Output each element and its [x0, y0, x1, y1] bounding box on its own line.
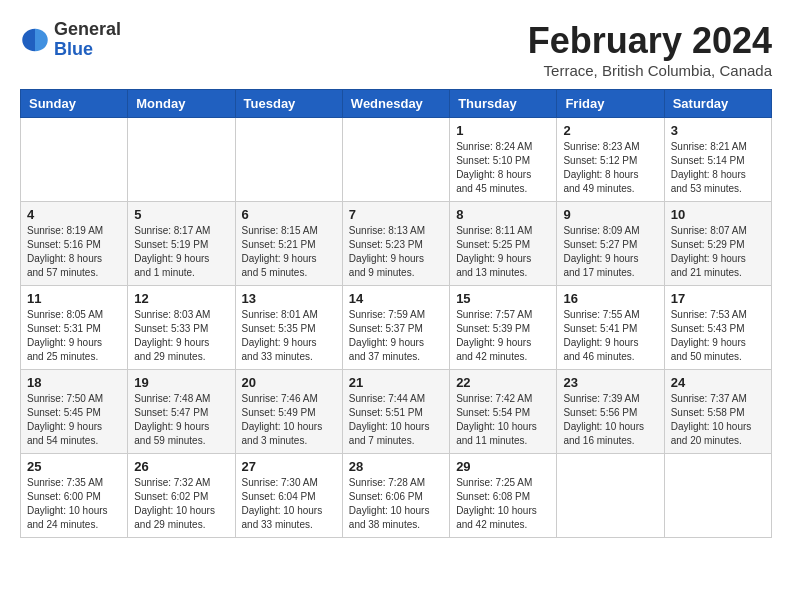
- day-number: 26: [134, 459, 228, 474]
- day-number: 25: [27, 459, 121, 474]
- calendar-cell: 5Sunrise: 8:17 AM Sunset: 5:19 PM Daylig…: [128, 202, 235, 286]
- day-info: Sunrise: 8:11 AM Sunset: 5:25 PM Dayligh…: [456, 224, 550, 280]
- calendar-cell: 13Sunrise: 8:01 AM Sunset: 5:35 PM Dayli…: [235, 286, 342, 370]
- day-number: 5: [134, 207, 228, 222]
- day-info: Sunrise: 7:39 AM Sunset: 5:56 PM Dayligh…: [563, 392, 657, 448]
- day-info: Sunrise: 8:07 AM Sunset: 5:29 PM Dayligh…: [671, 224, 765, 280]
- day-info: Sunrise: 7:46 AM Sunset: 5:49 PM Dayligh…: [242, 392, 336, 448]
- calendar-cell: 12Sunrise: 8:03 AM Sunset: 5:33 PM Dayli…: [128, 286, 235, 370]
- day-info: Sunrise: 8:23 AM Sunset: 5:12 PM Dayligh…: [563, 140, 657, 196]
- calendar-cell: 11Sunrise: 8:05 AM Sunset: 5:31 PM Dayli…: [21, 286, 128, 370]
- day-number: 15: [456, 291, 550, 306]
- calendar-cell: 29Sunrise: 7:25 AM Sunset: 6:08 PM Dayli…: [450, 454, 557, 538]
- day-number: 3: [671, 123, 765, 138]
- day-number: 23: [563, 375, 657, 390]
- day-number: 12: [134, 291, 228, 306]
- day-info: Sunrise: 7:28 AM Sunset: 6:06 PM Dayligh…: [349, 476, 443, 532]
- calendar-cell: [128, 118, 235, 202]
- calendar-header: Sunday Monday Tuesday Wednesday Thursday…: [21, 90, 772, 118]
- day-info: Sunrise: 8:15 AM Sunset: 5:21 PM Dayligh…: [242, 224, 336, 280]
- calendar-cell: 2Sunrise: 8:23 AM Sunset: 5:12 PM Daylig…: [557, 118, 664, 202]
- day-info: Sunrise: 8:21 AM Sunset: 5:14 PM Dayligh…: [671, 140, 765, 196]
- weekday-header-row: Sunday Monday Tuesday Wednesday Thursday…: [21, 90, 772, 118]
- day-info: Sunrise: 7:30 AM Sunset: 6:04 PM Dayligh…: [242, 476, 336, 532]
- calendar-cell: 21Sunrise: 7:44 AM Sunset: 5:51 PM Dayli…: [342, 370, 449, 454]
- day-info: Sunrise: 8:01 AM Sunset: 5:35 PM Dayligh…: [242, 308, 336, 364]
- calendar-cell: [664, 454, 771, 538]
- day-info: Sunrise: 8:03 AM Sunset: 5:33 PM Dayligh…: [134, 308, 228, 364]
- day-info: Sunrise: 8:19 AM Sunset: 5:16 PM Dayligh…: [27, 224, 121, 280]
- day-number: 28: [349, 459, 443, 474]
- day-info: Sunrise: 8:17 AM Sunset: 5:19 PM Dayligh…: [134, 224, 228, 280]
- day-number: 18: [27, 375, 121, 390]
- calendar-cell: 3Sunrise: 8:21 AM Sunset: 5:14 PM Daylig…: [664, 118, 771, 202]
- calendar-week-row: 1Sunrise: 8:24 AM Sunset: 5:10 PM Daylig…: [21, 118, 772, 202]
- page-header: General Blue February 2024 Terrace, Brit…: [20, 20, 772, 79]
- calendar-week-row: 4Sunrise: 8:19 AM Sunset: 5:16 PM Daylig…: [21, 202, 772, 286]
- day-number: 24: [671, 375, 765, 390]
- day-info: Sunrise: 7:37 AM Sunset: 5:58 PM Dayligh…: [671, 392, 765, 448]
- calendar-body: 1Sunrise: 8:24 AM Sunset: 5:10 PM Daylig…: [21, 118, 772, 538]
- day-info: Sunrise: 7:35 AM Sunset: 6:00 PM Dayligh…: [27, 476, 121, 532]
- header-friday: Friday: [557, 90, 664, 118]
- calendar-cell: 14Sunrise: 7:59 AM Sunset: 5:37 PM Dayli…: [342, 286, 449, 370]
- calendar-cell: [21, 118, 128, 202]
- day-number: 7: [349, 207, 443, 222]
- location-subtitle: Terrace, British Columbia, Canada: [528, 62, 772, 79]
- header-wednesday: Wednesday: [342, 90, 449, 118]
- title-section: February 2024 Terrace, British Columbia,…: [528, 20, 772, 79]
- calendar-cell: 20Sunrise: 7:46 AM Sunset: 5:49 PM Dayli…: [235, 370, 342, 454]
- day-info: Sunrise: 7:50 AM Sunset: 5:45 PM Dayligh…: [27, 392, 121, 448]
- day-number: 10: [671, 207, 765, 222]
- day-number: 2: [563, 123, 657, 138]
- calendar-cell: [557, 454, 664, 538]
- calendar-cell: 18Sunrise: 7:50 AM Sunset: 5:45 PM Dayli…: [21, 370, 128, 454]
- calendar-cell: 28Sunrise: 7:28 AM Sunset: 6:06 PM Dayli…: [342, 454, 449, 538]
- day-number: 11: [27, 291, 121, 306]
- day-info: Sunrise: 8:05 AM Sunset: 5:31 PM Dayligh…: [27, 308, 121, 364]
- calendar-cell: 19Sunrise: 7:48 AM Sunset: 5:47 PM Dayli…: [128, 370, 235, 454]
- month-year-title: February 2024: [528, 20, 772, 62]
- calendar-cell: 9Sunrise: 8:09 AM Sunset: 5:27 PM Daylig…: [557, 202, 664, 286]
- day-number: 6: [242, 207, 336, 222]
- calendar-cell: 22Sunrise: 7:42 AM Sunset: 5:54 PM Dayli…: [450, 370, 557, 454]
- calendar-cell: 7Sunrise: 8:13 AM Sunset: 5:23 PM Daylig…: [342, 202, 449, 286]
- day-number: 19: [134, 375, 228, 390]
- calendar-cell: 4Sunrise: 8:19 AM Sunset: 5:16 PM Daylig…: [21, 202, 128, 286]
- day-number: 22: [456, 375, 550, 390]
- header-thursday: Thursday: [450, 90, 557, 118]
- logo-icon: [20, 25, 50, 55]
- day-info: Sunrise: 7:44 AM Sunset: 5:51 PM Dayligh…: [349, 392, 443, 448]
- calendar-cell: 25Sunrise: 7:35 AM Sunset: 6:00 PM Dayli…: [21, 454, 128, 538]
- day-number: 20: [242, 375, 336, 390]
- calendar-cell: 10Sunrise: 8:07 AM Sunset: 5:29 PM Dayli…: [664, 202, 771, 286]
- day-info: Sunrise: 7:53 AM Sunset: 5:43 PM Dayligh…: [671, 308, 765, 364]
- day-info: Sunrise: 8:09 AM Sunset: 5:27 PM Dayligh…: [563, 224, 657, 280]
- header-sunday: Sunday: [21, 90, 128, 118]
- calendar-week-row: 18Sunrise: 7:50 AM Sunset: 5:45 PM Dayli…: [21, 370, 772, 454]
- calendar-cell: 26Sunrise: 7:32 AM Sunset: 6:02 PM Dayli…: [128, 454, 235, 538]
- header-tuesday: Tuesday: [235, 90, 342, 118]
- day-info: Sunrise: 7:59 AM Sunset: 5:37 PM Dayligh…: [349, 308, 443, 364]
- day-info: Sunrise: 7:48 AM Sunset: 5:47 PM Dayligh…: [134, 392, 228, 448]
- day-number: 1: [456, 123, 550, 138]
- day-number: 29: [456, 459, 550, 474]
- day-number: 16: [563, 291, 657, 306]
- day-info: Sunrise: 7:57 AM Sunset: 5:39 PM Dayligh…: [456, 308, 550, 364]
- day-info: Sunrise: 7:42 AM Sunset: 5:54 PM Dayligh…: [456, 392, 550, 448]
- day-info: Sunrise: 8:24 AM Sunset: 5:10 PM Dayligh…: [456, 140, 550, 196]
- day-number: 9: [563, 207, 657, 222]
- calendar-cell: 23Sunrise: 7:39 AM Sunset: 5:56 PM Dayli…: [557, 370, 664, 454]
- logo-blue: Blue: [54, 39, 93, 59]
- calendar-week-row: 25Sunrise: 7:35 AM Sunset: 6:00 PM Dayli…: [21, 454, 772, 538]
- day-number: 13: [242, 291, 336, 306]
- calendar-table: Sunday Monday Tuesday Wednesday Thursday…: [20, 89, 772, 538]
- day-info: Sunrise: 8:13 AM Sunset: 5:23 PM Dayligh…: [349, 224, 443, 280]
- logo-text: General Blue: [54, 20, 121, 60]
- logo: General Blue: [20, 20, 121, 60]
- day-number: 8: [456, 207, 550, 222]
- day-info: Sunrise: 7:25 AM Sunset: 6:08 PM Dayligh…: [456, 476, 550, 532]
- day-info: Sunrise: 7:32 AM Sunset: 6:02 PM Dayligh…: [134, 476, 228, 532]
- calendar-cell: 15Sunrise: 7:57 AM Sunset: 5:39 PM Dayli…: [450, 286, 557, 370]
- logo-general: General: [54, 19, 121, 39]
